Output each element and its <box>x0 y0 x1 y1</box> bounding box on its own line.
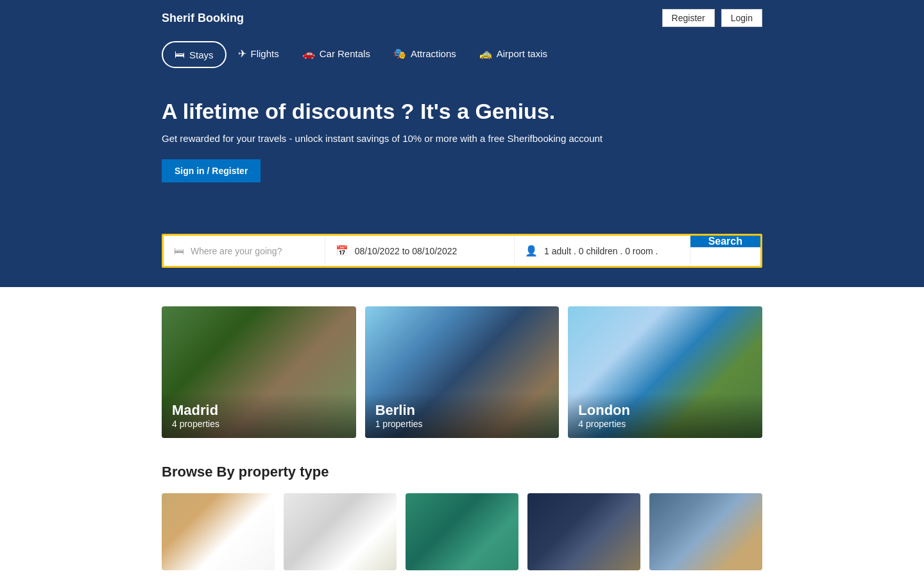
cabin-image <box>649 493 762 570</box>
bed-search-icon: 🛏 <box>174 245 184 257</box>
bed-icon: 🛏 <box>175 49 185 60</box>
nav-label-stays: Stays <box>189 49 214 60</box>
main-content: Madrid 4 properties Berlin 1 properties … <box>0 287 924 578</box>
apartment-image <box>284 493 397 570</box>
property-card-villa[interactable]: Villa 0 villa <box>527 493 640 578</box>
city-card-madrid[interactable]: Madrid 4 properties <box>162 306 356 438</box>
guests-field[interactable]: 👤 1 adult . 0 children . 0 room . <box>515 236 690 266</box>
nav-item-airport-taxis[interactable]: 🚕 Airport taxis <box>468 36 559 73</box>
resort-image <box>406 493 518 570</box>
plane-icon: ✈ <box>238 48 246 60</box>
top-bar: Sherif Booking Register Login <box>0 0 924 36</box>
hero-subtext: Get rewarded for your travels - unlock i… <box>162 133 762 144</box>
nav-item-stays[interactable]: 🛏 Stays <box>162 41 227 68</box>
villa-image <box>527 493 640 570</box>
hotel-image <box>162 493 275 570</box>
nav-item-car-rentals[interactable]: 🚗 Car Rentals <box>291 36 382 73</box>
property-card-resort[interactable]: Resort 0 resort <box>406 493 518 578</box>
brand-name: Sherif Booking <box>162 12 244 25</box>
date-field[interactable]: 📅 08/10/2022 to 08/10/2022 <box>325 236 515 266</box>
top-actions: Register Login <box>662 9 762 27</box>
nav-label-car-rentals: Car Rentals <box>320 48 370 59</box>
nav-label-attractions: Attractions <box>411 48 456 59</box>
search-section: 🛏 Where are your going? 📅 08/10/2022 to … <box>0 234 924 287</box>
property-card-hotel[interactable]: Hotel 9 hotel <box>162 493 275 578</box>
nav-bar: 🛏 Stays ✈ Flights 🚗 Car Rentals 🎭 Attrac… <box>0 36 924 73</box>
city-props-madrid: 4 properties <box>172 419 346 429</box>
sign-in-button[interactable]: Sign in / Register <box>162 159 261 182</box>
city-grid: Madrid 4 properties Berlin 1 properties … <box>162 306 762 438</box>
city-props-london: 4 properties <box>578 419 752 429</box>
city-name-london: London <box>578 402 752 419</box>
city-card-berlin[interactable]: Berlin 1 properties <box>365 306 560 438</box>
city-card-overlay-berlin: Berlin 1 properties <box>365 393 560 438</box>
property-grid: Hotel 9 hotel Apartment 0 apartment Reso… <box>162 493 762 578</box>
hero-headline: A lifetime of discounts ? It's a Genius. <box>162 99 762 124</box>
register-button[interactable]: Register <box>662 9 715 27</box>
property-card-cabin[interactable]: Cabin 0 cabin <box>649 493 762 578</box>
nav-item-attractions[interactable]: 🎭 Attractions <box>382 36 468 73</box>
attractions-icon: 🎭 <box>393 48 406 60</box>
calendar-icon: 📅 <box>336 245 348 257</box>
nav-label-airport-taxis: Airport taxis <box>497 48 547 59</box>
browse-title: Browse By property type <box>162 464 762 480</box>
city-card-london[interactable]: London 4 properties <box>568 306 762 438</box>
person-icon: 👤 <box>525 245 538 257</box>
city-name-berlin: Berlin <box>375 402 549 419</box>
guests-value: 1 adult . 0 children . 0 room . <box>544 246 658 256</box>
search-button[interactable]: Search <box>690 236 760 247</box>
nav-item-flights[interactable]: ✈ Flights <box>227 36 291 73</box>
city-card-overlay-london: London 4 properties <box>568 393 762 438</box>
browse-section: Browse By property type Hotel 9 hotel Ap… <box>162 464 762 578</box>
city-name-madrid: Madrid <box>172 402 346 419</box>
nav-label-flights: Flights <box>251 48 279 59</box>
destination-field[interactable]: 🛏 Where are your going? <box>164 236 325 266</box>
search-bar: 🛏 Where are your going? 📅 08/10/2022 to … <box>162 234 762 268</box>
property-card-apartment[interactable]: Apartment 0 apartment <box>284 493 397 578</box>
login-button[interactable]: Login <box>721 9 762 27</box>
car-icon: 🚗 <box>302 48 315 60</box>
destination-placeholder: Where are your going? <box>191 246 282 256</box>
city-props-berlin: 1 properties <box>375 419 549 429</box>
hero-section: A lifetime of discounts ? It's a Genius.… <box>0 73 924 234</box>
taxi-icon: 🚕 <box>479 48 492 60</box>
city-card-overlay-madrid: Madrid 4 properties <box>162 393 356 438</box>
date-value: 08/10/2022 to 08/10/2022 <box>355 246 458 256</box>
